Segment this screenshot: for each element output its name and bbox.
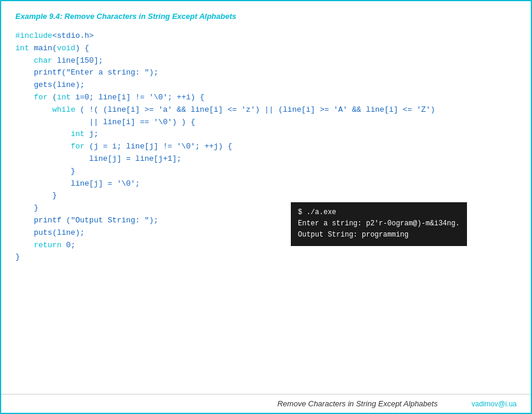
terminal-line-1: $ ./a.exe (298, 207, 460, 218)
footer-author: vadimov@i.ua (472, 400, 517, 408)
footer: Remove Characters in String Except Alpha… (1, 394, 531, 413)
terminal-box: $ ./a.exe Enter a string: p2'r-0ogram@)-… (291, 202, 467, 246)
terminal-line-2: Enter a string: p2'r-0ogram@)-m&i34ng. (298, 218, 460, 229)
page-container: Example 9.4: Remove Characters in String… (0, 0, 532, 414)
example-title-text: Remove Characters in String Except Alpha… (63, 12, 236, 21)
main-content: Example 9.4: Remove Characters in String… (1, 1, 531, 394)
footer-title: Remove Characters in String Except Alpha… (244, 399, 472, 408)
example-title: Example 9.4: Remove Characters in String… (15, 12, 517, 21)
terminal-line-3: Output String: programming (298, 229, 460, 241)
example-title-bold: Example 9.4: (15, 12, 63, 21)
